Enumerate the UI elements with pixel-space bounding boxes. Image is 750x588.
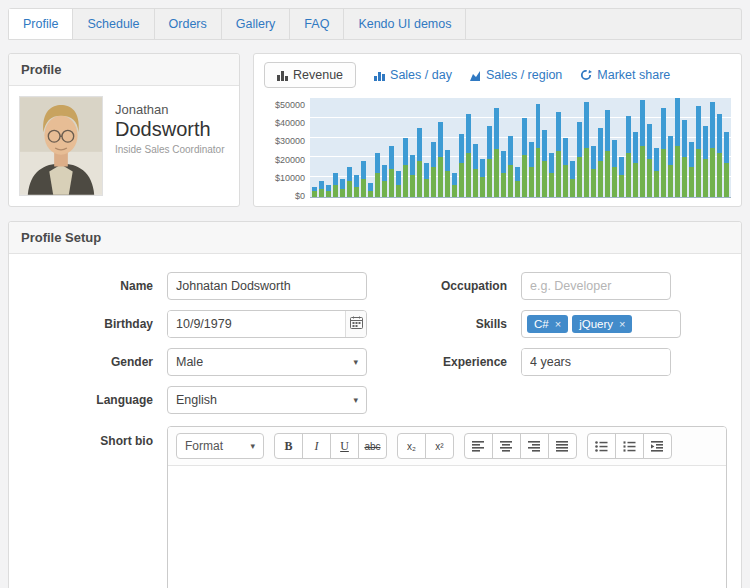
profile-setup-header: Profile Setup — [9, 222, 741, 254]
revenue-chart: $50000$40000$30000$20000$10000$0 — [262, 96, 733, 198]
bold-button[interactable]: B — [274, 433, 303, 459]
profile-identity: Jonathan Dodsworth Inside Sales Coordina… — [115, 96, 225, 155]
ordered-list-button[interactable] — [615, 433, 644, 459]
remove-tag-icon[interactable]: × — [619, 318, 625, 330]
skills-multiselect[interactable]: C# × jQuery × — [521, 310, 681, 338]
indent-icon — [651, 441, 664, 452]
bio-editor: Format ▾ B I U abc x₂ x² — [167, 426, 727, 588]
birthday-datepicker — [167, 310, 367, 338]
chart-bar — [640, 98, 645, 197]
calendar-button[interactable] — [345, 311, 366, 337]
gender-dropdown[interactable]: Male ▾ — [167, 348, 367, 376]
bio-label: Short bio — [21, 426, 153, 448]
unordered-list-button[interactable] — [587, 433, 616, 459]
chart-bar — [619, 98, 624, 197]
name-input[interactable] — [167, 272, 367, 300]
chart-bar — [584, 98, 589, 197]
align-left-button[interactable] — [464, 433, 493, 459]
chart-tab-revenue[interactable]: Revenue — [264, 62, 356, 88]
chart-tab-label: Revenue — [293, 68, 343, 82]
occupation-label: Occupation — [375, 279, 507, 293]
chart-bar — [508, 98, 513, 197]
chart-bar — [724, 98, 729, 197]
profile-photo — [19, 96, 103, 196]
experience-input[interactable] — [522, 349, 671, 375]
chart-bar — [577, 98, 582, 197]
indent-button[interactable] — [643, 433, 672, 459]
chart-bar — [368, 98, 373, 197]
chart-tab-label: Sales / day — [390, 68, 452, 82]
tab-orders[interactable]: Orders — [155, 9, 222, 39]
chart-bar — [717, 98, 722, 197]
chart-bar — [710, 98, 715, 197]
main-tabstrip: Profile Schedule Orders Gallery FAQ Kend… — [8, 8, 742, 40]
align-right-button[interactable] — [520, 433, 549, 459]
skill-tag: jQuery × — [572, 315, 632, 333]
bio-editor-content[interactable] — [168, 466, 726, 588]
tab-kendo-ui-demos[interactable]: Kendo UI demos — [344, 9, 466, 39]
italic-button[interactable]: I — [302, 433, 331, 459]
chart-bar — [403, 98, 408, 197]
tab-faq[interactable]: FAQ — [290, 9, 344, 39]
unordered-list-icon — [595, 441, 608, 452]
chart-tab-sales-day[interactable]: Sales / day — [374, 68, 452, 82]
language-dropdown[interactable]: English ▾ — [167, 386, 367, 414]
language-value: English — [176, 393, 217, 407]
chart-tab-sales-region[interactable]: Sales / region — [470, 68, 562, 82]
chart-bar — [654, 98, 659, 197]
align-justify-button[interactable] — [548, 433, 577, 459]
form-left-column: Name Birthday — [21, 272, 375, 414]
occupation-input[interactable] — [521, 272, 671, 300]
skills-label: Skills — [375, 317, 507, 331]
profile-setup-title: Profile Setup — [21, 230, 101, 245]
profile-setup-panel: Profile Setup Name Birthday — [8, 221, 742, 588]
chart-bar — [487, 98, 492, 197]
profile-last-name: Dodsworth — [115, 118, 225, 141]
tab-profile[interactable]: Profile — [9, 9, 73, 39]
strikethrough-button[interactable]: abc — [358, 433, 387, 459]
chart-bar — [480, 98, 485, 197]
chevron-down-icon: ▾ — [250, 441, 255, 451]
chart-tab-market-share[interactable]: Market share — [580, 68, 670, 82]
birthday-input[interactable] — [168, 311, 345, 337]
align-center-button[interactable] — [492, 433, 521, 459]
gender-label: Gender — [21, 355, 153, 369]
profile-card-body: Jonathan Dodsworth Inside Sales Coordina… — [9, 86, 239, 206]
y-axis-label: $0 — [295, 192, 305, 201]
calendar-icon — [350, 316, 363, 332]
format-dropdown[interactable]: Format ▾ — [176, 433, 264, 459]
chart-bar — [647, 98, 652, 197]
chart-bar — [466, 98, 471, 197]
chart-bar — [570, 98, 575, 197]
underline-button[interactable]: U — [330, 433, 359, 459]
align-left-icon — [472, 441, 485, 452]
skill-tag: C# × — [527, 315, 568, 333]
chart-bar — [424, 98, 429, 197]
chart-bar — [605, 98, 610, 197]
chart-bar — [689, 98, 694, 197]
avatar — [20, 97, 102, 195]
column-chart-icon — [374, 70, 385, 81]
remove-tag-icon[interactable]: × — [555, 318, 561, 330]
format-dropdown-value: Format — [185, 439, 223, 453]
editor-toolbar: Format ▾ B I U abc x₂ x² — [168, 427, 726, 466]
profile-setup-form: Name Birthday — [9, 254, 741, 588]
refresh-pie-icon — [580, 69, 592, 81]
chart-bar — [438, 98, 443, 197]
revenue-chart-panel: Revenue Sales / day Sales / region — [253, 53, 742, 207]
chart-bar — [354, 98, 359, 197]
tab-gallery[interactable]: Gallery — [222, 9, 291, 39]
align-right-icon — [528, 441, 541, 452]
tab-schedule[interactable]: Schedule — [73, 9, 154, 39]
superscript-button[interactable]: x² — [425, 433, 454, 459]
chart-bar — [675, 98, 680, 197]
chart-bar — [312, 98, 317, 197]
chart-bar — [473, 98, 478, 197]
birthday-label: Birthday — [21, 317, 153, 331]
chart-tab-label: Sales / region — [486, 68, 562, 82]
chart-bar — [452, 98, 457, 197]
skill-tag-label: C# — [534, 318, 549, 330]
subscript-button[interactable]: x₂ — [397, 433, 426, 459]
script-group: x₂ x² — [397, 433, 454, 459]
text-style-group: B I U abc — [274, 433, 387, 459]
